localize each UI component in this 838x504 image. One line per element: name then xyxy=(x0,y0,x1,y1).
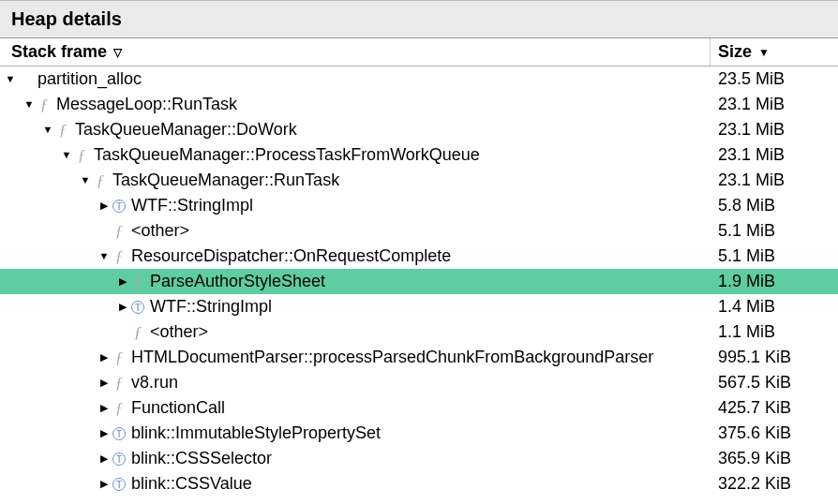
frame-label: partition_alloc xyxy=(37,69,142,89)
disclosure-right-icon[interactable]: ▶ xyxy=(97,403,111,413)
frame-cell: ▼ƒTaskQueueManager::ProcessTaskFromWorkQ… xyxy=(0,145,711,165)
disclosure-down-icon[interactable]: ▼ xyxy=(4,74,17,84)
size-cell: 995.1 KiB xyxy=(711,348,838,367)
frame-label: MessageLoop::RunTask xyxy=(56,95,237,114)
size-cell: 322.2 KiB xyxy=(711,474,838,494)
function-icon: ƒ xyxy=(36,96,52,114)
tree-row[interactable]: ▼ƒTaskQueueManager::RunTask23.1 MiB xyxy=(0,168,838,193)
function-icon: ƒ xyxy=(73,146,90,165)
function-icon: ƒ xyxy=(111,222,127,241)
size-cell: 5.1 MiB xyxy=(711,221,838,241)
tree-row[interactable]: ▶ƒ<other>1.1 MiB xyxy=(0,319,838,345)
size-cell: 1.9 MiB xyxy=(711,272,838,291)
size-cell: 1.4 MiB xyxy=(711,297,838,317)
disclosure-right-icon[interactable]: ▶ xyxy=(97,428,111,438)
frame-label: TaskQueueManager::ProcessTaskFromWorkQue… xyxy=(94,145,480,165)
disclosure-down-icon[interactable]: ▼ xyxy=(41,125,54,135)
size-cell: 375.6 KiB xyxy=(711,423,838,443)
function-icon: ƒ xyxy=(129,273,146,291)
frame-label: blink::CSSSelector xyxy=(131,449,272,468)
frame-cell: ▶ƒ<other> xyxy=(0,322,711,342)
disclosure-right-icon[interactable]: ▶ xyxy=(116,276,129,287)
disclosure-right-icon[interactable]: ▶ xyxy=(97,453,111,464)
frame-cell: ▶ƒv8.run xyxy=(0,373,711,393)
frame-cell: ▼ƒTaskQueueManager::RunTask xyxy=(0,170,711,190)
frame-cell: ▶Tblink::ImmutableStylePropertySet xyxy=(0,423,711,443)
disclosure-down-icon[interactable]: ▼ xyxy=(97,251,111,261)
type-icon: T xyxy=(111,478,127,491)
tree-row[interactable]: ▶Tblink::CSSValue322.2 KiB xyxy=(0,471,838,497)
frame-cell: ▼ƒpartition_alloc xyxy=(0,69,711,89)
tree-row[interactable]: ▶ƒParseAuthorStyleSheet1.9 MiB xyxy=(0,269,838,294)
disclosure-right-icon[interactable]: ▶ xyxy=(97,378,111,388)
size-cell: 5.8 MiB xyxy=(711,196,838,215)
function-icon: ƒ xyxy=(54,121,71,140)
size-cell: 365.9 KiB xyxy=(711,449,838,468)
frame-label: TaskQueueManager::RunTask xyxy=(112,170,339,190)
heap-details-panel: Heap details Stack frame ▽ Size ▼ ▼ƒpart… xyxy=(0,0,838,497)
tree-row[interactable]: ▶ƒv8.run567.5 KiB xyxy=(0,370,838,395)
size-cell: 23.1 MiB xyxy=(711,95,838,114)
frame-cell: ▶TWTF::StringImpl xyxy=(0,196,711,215)
size-cell: 23.1 MiB xyxy=(711,170,838,190)
frame-cell: ▶TWTF::StringImpl xyxy=(0,297,711,317)
size-cell: 425.7 KiB xyxy=(711,398,838,418)
type-icon: T xyxy=(111,452,127,466)
panel-title: Heap details xyxy=(0,0,838,38)
frame-label: HTMLDocumentParser::processParsedChunkFr… xyxy=(131,348,653,367)
disclosure-right-icon[interactable]: ▶ xyxy=(97,479,111,489)
disclosure-down-icon[interactable]: ▼ xyxy=(79,175,92,185)
column-header-row: Stack frame ▽ Size ▼ xyxy=(0,38,838,67)
size-cell: 23.1 MiB xyxy=(711,145,838,165)
frame-label: blink::CSSValue xyxy=(131,474,252,494)
frame-label: blink::ImmutableStylePropertySet xyxy=(131,423,381,443)
tree-row[interactable]: ▶ƒHTMLDocumentParser::processParsedChunk… xyxy=(0,345,838,370)
frame-label: v8.run xyxy=(131,373,178,393)
tree-row[interactable]: ▼ƒpartition_alloc23.5 MiB xyxy=(0,67,838,92)
function-icon: ƒ xyxy=(92,171,109,190)
disclosure-right-icon[interactable]: ▶ xyxy=(97,352,111,363)
type-icon: T xyxy=(129,301,146,314)
frame-cell: ▼ƒResourceDispatcher::OnRequestComplete xyxy=(0,246,711,266)
sort-indicator-icon: ▽ xyxy=(113,46,122,59)
disclosure-right-icon[interactable]: ▶ xyxy=(97,200,111,211)
function-icon: ƒ xyxy=(111,348,127,367)
frame-label: <other> xyxy=(150,322,208,342)
tree-rows-container: ▼ƒpartition_alloc23.5 MiB▼ƒMessageLoop::… xyxy=(0,67,838,497)
frame-cell: ▶ƒFunctionCall xyxy=(0,398,711,418)
tree-row[interactable]: ▶TWTF::StringImpl5.8 MiB xyxy=(0,193,838,218)
frame-cell: ▼ƒTaskQueueManager::DoWork xyxy=(0,120,711,140)
tree-row[interactable]: ▶TWTF::StringImpl1.4 MiB xyxy=(0,294,838,319)
disclosure-right-icon[interactable]: ▶ xyxy=(116,302,129,312)
size-cell: 5.1 MiB xyxy=(711,246,838,266)
function-icon: ƒ xyxy=(129,323,146,342)
size-cell: 23.1 MiB xyxy=(711,120,838,140)
column-header-frame[interactable]: Stack frame ▽ xyxy=(0,38,711,66)
tree-row[interactable]: ▶Tblink::ImmutableStylePropertySet375.6 … xyxy=(0,421,838,446)
frame-label: WTF::StringImpl xyxy=(150,297,272,317)
frame-cell: ▼ƒMessageLoop::RunTask xyxy=(0,95,711,114)
frame-label: FunctionCall xyxy=(131,398,225,418)
frame-label: TaskQueueManager::DoWork xyxy=(75,120,297,140)
tree-row[interactable]: ▼ƒResourceDispatcher::OnRequestComplete5… xyxy=(0,244,838,269)
sort-indicator-icon: ▼ xyxy=(758,46,770,59)
frame-label: WTF::StringImpl xyxy=(131,196,253,215)
tree-row[interactable]: ▼ƒMessageLoop::RunTask23.1 MiB xyxy=(0,92,838,117)
type-icon: T xyxy=(111,427,127,440)
tree-row[interactable]: ▶Tblink::CSSSelector365.9 KiB xyxy=(0,446,838,471)
frame-cell: ▶ƒ<other> xyxy=(0,221,711,241)
tree-row[interactable]: ▼ƒTaskQueueManager::ProcessTaskFromWorkQ… xyxy=(0,142,838,168)
frame-label: ParseAuthorStyleSheet xyxy=(150,272,325,291)
function-icon: ƒ xyxy=(111,399,127,418)
column-header-size[interactable]: Size ▼ xyxy=(711,38,838,66)
tree-row[interactable]: ▶ƒFunctionCall425.7 KiB xyxy=(0,395,838,421)
tree-row[interactable]: ▶ƒ<other>5.1 MiB xyxy=(0,218,838,244)
frame-cell: ▶ƒParseAuthorStyleSheet xyxy=(0,272,711,291)
column-header-size-label: Size xyxy=(718,42,752,61)
function-icon: ƒ xyxy=(111,247,127,266)
disclosure-down-icon[interactable]: ▼ xyxy=(22,99,36,110)
frame-cell: ▶Tblink::CSSSelector xyxy=(0,449,711,468)
frame-cell: ▶ƒHTMLDocumentParser::processParsedChunk… xyxy=(0,348,711,367)
tree-row[interactable]: ▼ƒTaskQueueManager::DoWork23.1 MiB xyxy=(0,117,838,142)
disclosure-down-icon[interactable]: ▼ xyxy=(60,150,73,160)
